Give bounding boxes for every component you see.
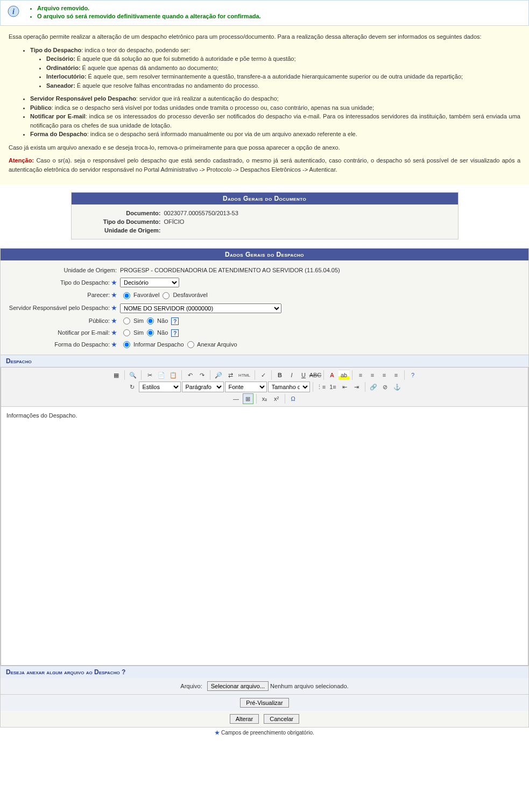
align-left-icon[interactable]: ≡ bbox=[355, 370, 366, 380]
paragraph-select[interactable]: Parágrafo bbox=[182, 382, 224, 392]
special-char-icon[interactable]: Ω bbox=[288, 393, 299, 404]
instruction-item: Servidor Responsável pelo Despacho: serv… bbox=[30, 94, 520, 103]
forma-informar-option[interactable]: Informar Despacho bbox=[120, 341, 184, 349]
publico-help-icon[interactable]: ? bbox=[171, 317, 179, 325]
despacho-section-title: Despacho bbox=[1, 355, 528, 367]
underline-icon[interactable]: U bbox=[298, 370, 309, 380]
forma-anexar-option[interactable]: Anexar Arquivo bbox=[184, 341, 237, 349]
attach-section-title: Deseja anexar algum arquivo ao Despacho … bbox=[1, 666, 528, 678]
preview-icon[interactable]: 🔍 bbox=[128, 370, 138, 380]
cut-icon[interactable]: ✂ bbox=[144, 370, 155, 380]
tipo-documento-label: Tipo do Documento: bbox=[78, 218, 164, 225]
footnote-text: Campos de preenchimento obrigatório. bbox=[221, 730, 314, 736]
remove-format-icon[interactable]: ✓ bbox=[258, 370, 269, 380]
table-icon[interactable]: ⊞ bbox=[243, 393, 253, 404]
cancelar-button[interactable]: Cancelar bbox=[264, 714, 299, 724]
html-icon[interactable]: HTML bbox=[237, 370, 252, 380]
find-icon[interactable]: 🔎 bbox=[213, 370, 224, 380]
swap-note: Caso já exista um arquivo anexado e se d… bbox=[9, 143, 520, 152]
servidor-responsavel-select[interactable]: NOME DO SERVIDOR (0000000) bbox=[120, 303, 281, 313]
svg-text:i: i bbox=[12, 8, 15, 16]
hr-icon[interactable]: — bbox=[231, 393, 242, 404]
instruction-item: Notificar por E-mail: indica se os inter… bbox=[30, 112, 520, 130]
align-justify-icon[interactable]: ≡ bbox=[391, 370, 401, 380]
replace-icon[interactable]: ⇄ bbox=[225, 370, 236, 380]
copy-icon[interactable]: 📄 bbox=[156, 370, 167, 380]
instruction-item: Tipo do Despacho: indica o teor do despa… bbox=[30, 46, 520, 90]
publico-sim-radio[interactable] bbox=[123, 317, 130, 324]
notificar-sim-option[interactable]: Sim bbox=[120, 329, 144, 337]
unlink-icon[interactable]: ⊘ bbox=[380, 382, 391, 392]
bg-color-icon[interactable]: ab bbox=[338, 370, 349, 380]
anchor-icon[interactable]: ⚓ bbox=[392, 382, 403, 392]
superscript-icon[interactable]: x² bbox=[271, 393, 282, 404]
align-right-icon[interactable]: ≡ bbox=[379, 370, 390, 380]
documento-label: Documento: bbox=[78, 210, 164, 216]
editor-content-area[interactable]: Informações do Despacho. bbox=[1, 407, 528, 665]
source-icon[interactable]: ▦ bbox=[111, 370, 122, 380]
instruction-item: Público: indica se o despacho será visív… bbox=[30, 103, 520, 112]
publico-sim-option[interactable]: Sim bbox=[120, 317, 144, 325]
parecer-favoravel-option[interactable]: Favorável bbox=[120, 292, 159, 299]
document-panel-title: Dados Gerais do Documento bbox=[72, 193, 458, 204]
parecer-desfavoravel-option[interactable]: Desfavorável bbox=[159, 292, 207, 299]
required-star: ★ bbox=[111, 317, 117, 324]
servidor-responsavel-label: Servidor Responsável pelo Despacho: bbox=[9, 305, 110, 311]
rich-text-editor: ▦ 🔍 ✂ 📄 📋 ↶ ↷ 🔎 ⇄ HTML ✓ B I U bbox=[1, 367, 528, 666]
instruction-subitem: Saneador: É aquele que resolve falhas en… bbox=[46, 81, 520, 90]
ordered-list-icon[interactable]: 1≡ bbox=[328, 382, 338, 392]
undo-icon[interactable]: ↶ bbox=[185, 370, 195, 380]
instructions-intro: Essa operação permite realizar a alteraç… bbox=[9, 32, 520, 41]
publico-nao-radio[interactable] bbox=[147, 317, 154, 324]
indent-icon[interactable]: ⇥ bbox=[351, 382, 362, 392]
parecer-favoravel-radio[interactable] bbox=[123, 292, 130, 299]
notificar-nao-option[interactable]: Não bbox=[144, 329, 168, 337]
editor-text: Informações do Despacho. bbox=[6, 412, 77, 419]
link-icon[interactable]: 🔗 bbox=[368, 382, 379, 392]
tipo-despacho-label: Tipo do Despacho: bbox=[60, 279, 110, 286]
unordered-list-icon[interactable]: ⋮≡ bbox=[316, 382, 327, 392]
notificar-nao-radio[interactable] bbox=[147, 329, 154, 336]
tipo-documento-value: OFÍCIO bbox=[164, 218, 452, 225]
notificar-sim-radio[interactable] bbox=[123, 329, 130, 336]
style-select[interactable]: Estilos bbox=[139, 382, 181, 392]
select-file-button[interactable]: Selecionar arquivo... bbox=[207, 681, 269, 691]
info-message-item: Arquivo removido. bbox=[37, 5, 261, 11]
forma-despacho-label: Forma do Despacho: bbox=[54, 341, 110, 348]
attention-label: Atenção: bbox=[9, 157, 34, 164]
publico-nao-option[interactable]: Não bbox=[144, 317, 168, 325]
footnote: ★ Campos de preenchimento obrigatório. bbox=[0, 728, 529, 738]
text-color-icon[interactable]: A bbox=[327, 370, 337, 380]
forma-anexar-radio[interactable] bbox=[187, 341, 194, 348]
notificar-help-icon[interactable]: ? bbox=[171, 329, 179, 337]
despacho-panel-title: Dados Gerais do Despacho bbox=[1, 249, 528, 260]
help-icon[interactable]: ? bbox=[407, 370, 418, 380]
font-select[interactable]: Fonte bbox=[225, 382, 267, 392]
action-row: Alterar Cancelar bbox=[1, 711, 528, 727]
publico-label: Público: bbox=[89, 317, 110, 324]
italic-icon[interactable]: I bbox=[286, 370, 297, 380]
unidade-origem-form-label: Unidade de Origem: bbox=[7, 267, 120, 273]
outdent-icon[interactable]: ⇤ bbox=[340, 382, 350, 392]
alterar-button[interactable]: Alterar bbox=[230, 714, 259, 724]
parecer-label: Parecer: bbox=[87, 292, 110, 298]
paste-icon[interactable]: 📋 bbox=[168, 370, 179, 380]
preview-button[interactable]: Pré-Visualizar bbox=[240, 698, 288, 708]
align-center-icon[interactable]: ≡ bbox=[367, 370, 378, 380]
font-size-select[interactable]: Tamanho da Fo bbox=[268, 382, 310, 392]
redo-icon[interactable]: ↷ bbox=[196, 370, 207, 380]
tipo-despacho-select[interactable]: Decisório bbox=[120, 278, 179, 287]
required-star: ★ bbox=[111, 279, 117, 286]
refresh-icon[interactable]: ↻ bbox=[127, 382, 138, 392]
document-panel: Dados Gerais do Documento Documento:0023… bbox=[71, 192, 459, 239]
bold-icon[interactable]: B bbox=[274, 370, 285, 380]
info-message-item: O arquivo só será removido definitivamen… bbox=[37, 13, 261, 19]
despacho-form-panel: Dados Gerais do Despacho Unidade de Orig… bbox=[0, 248, 529, 728]
info-icon: i bbox=[7, 5, 20, 18]
subscript-icon[interactable]: x₂ bbox=[259, 393, 270, 404]
attach-row: Arquivo: Selecionar arquivo... Nenhum ar… bbox=[1, 678, 528, 694]
forma-informar-radio[interactable] bbox=[123, 341, 130, 348]
strikethrough-icon[interactable]: ABC bbox=[310, 370, 321, 380]
parecer-desfavoravel-radio[interactable] bbox=[163, 292, 170, 299]
unidade-origem-value bbox=[164, 227, 452, 234]
